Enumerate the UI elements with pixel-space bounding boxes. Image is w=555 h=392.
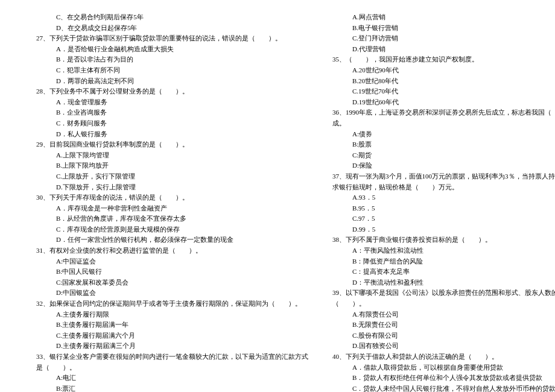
- option-line: A．是否给银行业金融机构造成重大损失: [36, 44, 308, 55]
- option-line: D.代理营销: [332, 44, 555, 55]
- option-line: D.下限放开，实行上限管理: [36, 182, 308, 193]
- option-line: C．库存现金的经营原则是最大规模的保存: [36, 224, 308, 235]
- option-line: A.主债务履行期限: [36, 309, 308, 320]
- option-line: C:期货: [332, 150, 555, 161]
- question-line: 33、银行某企业客户需要在很短的时间内进行一笔金额较大的汇款，以下最为适宜的汇款…: [36, 352, 308, 362]
- question-line: 27、下列关于贷款诈骗罪区别于骗取贷款罪的重要特征的说法，错误的是（ ）。: [36, 33, 308, 44]
- question-line: 30、下列关于库存现金的说法，错误的是（ ）。: [36, 192, 308, 203]
- option-line: D．任何一家营业性的银行机构，都必须保存一定数量的现金: [36, 235, 308, 245]
- option-line: C．贷款人未经中国人民银行批准，不得对自然人发放外币币种的贷款: [332, 384, 555, 392]
- option-line: D.国有独资公司: [332, 341, 555, 352]
- option-line: A:中国证监会: [36, 256, 308, 267]
- option-line: C、在交易合约到期后保存5年: [36, 12, 308, 23]
- question-line: 36、1990年底，上海证券交易所和深圳证券交易所先后成立，标志着我国（ ）市场…: [332, 107, 555, 118]
- option-line: A.20世纪90年代: [332, 65, 555, 76]
- question-line: 35、（ ），我国开始逐步建立知识产权制度。: [332, 54, 555, 65]
- option-line: B:股票: [332, 139, 555, 150]
- option-line: B.95．5: [332, 203, 555, 214]
- option-line: B．企业咨询服务: [36, 107, 308, 118]
- option-line: A．库存现金是一种非营利性金融资产: [36, 203, 308, 214]
- question-line: 是（ ）。: [36, 362, 308, 373]
- option-line: D、在交易成交日起保存5年: [36, 23, 308, 34]
- option-line: C．犯罪主体有所不同: [36, 65, 308, 76]
- question-line: 31、有权对企业债的发行和交易进行监管的是（ ）。: [36, 245, 308, 256]
- question-line: 37、现有一张为期3个月，面值100万元的票据，贴现利率为3％，当持票人持有票据…: [332, 171, 555, 182]
- option-line: C:国家发展和改革委员会: [36, 277, 308, 288]
- option-line: B.电子银行营销: [332, 23, 555, 34]
- option-line: B．从经营的角度讲，库存现金不宜保存太多: [36, 213, 308, 224]
- left-column: C、在交易合约到期后保存5年D、在交易成交日起保存5年27、下列关于贷款诈骗罪区…: [36, 12, 308, 392]
- question-line: 40、下列关于借款人和贷款人的说法正确的是（ ）。: [332, 352, 555, 362]
- option-line: B．是否以非法占有为目的: [36, 54, 308, 65]
- option-line: A.上限下限均管理: [36, 150, 308, 161]
- question-line: 38、下列不属于商业银行债券投资目标的是（ ）。: [332, 235, 555, 245]
- option-line: D：平衡流动性和盈利性: [332, 277, 555, 288]
- option-line: C.主债务履行期届满六个月: [36, 330, 308, 341]
- option-line: C.登门拜访营销: [332, 33, 555, 44]
- option-line: A.有限责任公司: [332, 309, 555, 320]
- question-line: 32、如果保证合同约定的保证期间早于或者等于主债务履行期限的，保证期间为（ ）。: [36, 299, 308, 309]
- option-line: C.上限放开，实行下限管理: [36, 171, 308, 182]
- question-line: 29、目前我国商业银行贷款利率制度的是（ ）。: [36, 139, 308, 150]
- option-line: B.主债务履行期届满一年: [36, 320, 308, 330]
- option-line: C.股份有限公司: [332, 330, 555, 341]
- option-line: C.19世纪70年代: [332, 86, 555, 97]
- option-line: B.上限下限均放开: [36, 160, 308, 171]
- option-line: A：平衡风险性和流动性: [332, 245, 555, 256]
- option-line: D．私人银行服务: [36, 129, 308, 140]
- option-line: D.主债务履行期届满三个月: [36, 341, 308, 352]
- question-line: 39、以下哪项不是我国《公司法》以股东承担责任的范围和形式、股东人数的多少分类的: [332, 288, 555, 299]
- option-line: B:票汇: [36, 384, 308, 392]
- option-line: B：降低资产组合的风险: [332, 256, 555, 267]
- question-line: 求银行贴现时，贴现价格是（ ）万元。: [332, 182, 555, 193]
- option-line: A:电汇: [36, 373, 308, 384]
- option-line: A．借款人取得贷款后，可以根据自身需要使用贷款: [332, 362, 555, 373]
- option-line: D.19世纪60年代: [332, 97, 555, 108]
- option-line: D:保险: [332, 160, 555, 171]
- option-line: A.93．5: [332, 192, 555, 203]
- option-line: C．财务顾问服务: [36, 118, 308, 129]
- question-line: （ ）。: [332, 299, 555, 309]
- right-column: A.网点营销B.电子银行营销C.登门拜访营销D.代理营销35、（ ），我国开始逐…: [332, 12, 555, 392]
- option-line: C：提高资本充足率: [332, 267, 555, 277]
- option-line: A.网点营销: [332, 12, 555, 23]
- option-line: D．两罪的最高法定刑不同: [36, 76, 308, 87]
- option-line: D:中国银监会: [36, 288, 308, 299]
- question-line: 成。: [332, 118, 555, 129]
- option-line: B.20世纪80年代: [332, 76, 555, 87]
- option-line: A:债券: [332, 129, 555, 140]
- option-line: A．现金管理服务: [36, 97, 308, 108]
- question-line: 28、下列业务中不属于对公理财业务的是（ ）。: [36, 86, 308, 97]
- option-line: C.97．5: [332, 213, 555, 224]
- option-line: D.99．5: [332, 224, 555, 235]
- option-line: B.无限责任公司: [332, 320, 555, 330]
- option-line: B:中国人民银行: [36, 267, 308, 277]
- option-line: B．贷款人有权拒绝任何单位和个人强令其发放贷款或者提供贷款: [332, 373, 555, 384]
